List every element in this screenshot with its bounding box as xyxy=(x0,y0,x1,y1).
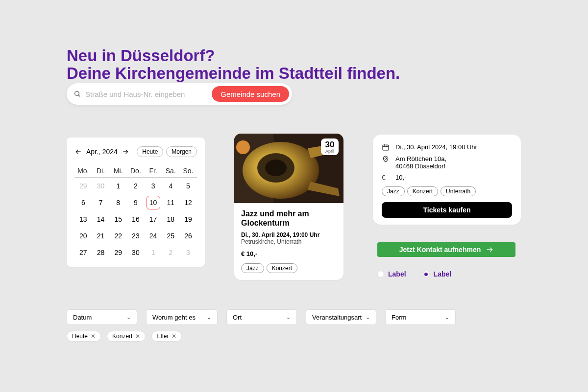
weekday-header: Fr. xyxy=(145,164,162,178)
prev-month-icon[interactable] xyxy=(74,148,82,156)
weekday-header: So. xyxy=(179,164,197,178)
tomorrow-button[interactable]: Morgen xyxy=(166,146,197,157)
radio-option-b[interactable]: Label xyxy=(423,270,452,278)
event-info-panel: Di., 30. April 2024, 19:00 Uhr Am Röttch… xyxy=(373,135,521,225)
svg-line-1 xyxy=(78,95,80,96)
buy-tickets-button[interactable]: Tickets kaufen xyxy=(382,202,512,218)
calendar-day[interactable]: 29 xyxy=(109,244,127,261)
svg-point-14 xyxy=(385,158,386,159)
calendar-day[interactable]: 4 xyxy=(162,178,179,194)
calendar-day[interactable]: 6 xyxy=(74,194,92,211)
chevron-down-icon: ⌄ xyxy=(207,314,211,321)
info-tags: JazzKonzertUnterrath xyxy=(382,186,512,196)
event-tag[interactable]: Konzert xyxy=(267,263,297,273)
contact-button-label: Jetzt Kontakt aufnehmen xyxy=(399,246,481,254)
event-tag[interactable]: Jazz xyxy=(241,263,264,273)
weekday-header: Di. xyxy=(92,164,110,178)
arrow-right-icon xyxy=(486,246,493,254)
calendar-day[interactable]: 11 xyxy=(162,194,179,211)
calendar-day[interactable]: 27 xyxy=(74,244,92,261)
today-button[interactable]: Heute xyxy=(137,146,163,157)
weekday-header: Do. xyxy=(127,164,145,178)
active-filter-chips: Heute✕Konzert✕Eller✕ xyxy=(67,331,182,342)
chevron-down-icon: ⌄ xyxy=(366,314,370,321)
filter-select[interactable]: Veranstaltungsart⌄ xyxy=(306,309,376,325)
filter-select[interactable]: Form⌄ xyxy=(385,309,456,325)
calendar-day[interactable]: 22 xyxy=(109,228,127,244)
calendar-day[interactable]: 18 xyxy=(162,211,179,228)
event-image: 30 April xyxy=(234,134,343,203)
calendar-day[interactable]: 3 xyxy=(179,244,197,261)
calendar-day[interactable]: 3 xyxy=(145,178,162,194)
radio-group: Label Label xyxy=(377,270,451,278)
calendar-day[interactable]: 26 xyxy=(179,228,197,244)
parish-search-bar: Gemeinde suchen xyxy=(67,83,292,105)
filter-chip[interactable]: Eller✕ xyxy=(151,331,182,342)
weekday-header: Mi. xyxy=(109,164,127,178)
remove-chip-icon[interactable]: ✕ xyxy=(91,333,96,340)
calendar-day[interactable]: 23 xyxy=(127,228,145,244)
calendar-day[interactable]: 28 xyxy=(92,244,110,261)
filter-row: Datum⌄Worum geht es⌄Ort⌄Veranstaltungsar… xyxy=(67,309,456,325)
contact-now-button[interactable]: Jetzt Kontakt aufnehmen xyxy=(377,242,515,257)
badge-month: April xyxy=(321,149,339,154)
radio-icon xyxy=(377,271,384,277)
info-tag[interactable]: Unterrath xyxy=(441,186,476,196)
event-date-badge: 30 April xyxy=(321,138,339,155)
calendar-day[interactable]: 10 xyxy=(145,194,162,211)
calendar-day[interactable]: 2 xyxy=(162,244,179,261)
headline-line-1: Neu in Düsseldorf? xyxy=(67,47,400,65)
event-price: € 10,- xyxy=(241,250,337,257)
calendar-day[interactable]: 5 xyxy=(179,178,197,194)
calendar-day[interactable]: 2 xyxy=(127,178,145,194)
calendar-day[interactable]: 19 xyxy=(179,211,197,228)
calendar-day[interactable]: 9 xyxy=(127,194,145,211)
svg-point-9 xyxy=(236,140,250,154)
calendar-day[interactable]: 16 xyxy=(127,211,145,228)
address-input[interactable] xyxy=(85,90,212,98)
calendar-day[interactable]: 29 xyxy=(74,178,92,194)
filter-select[interactable]: Ort⌄ xyxy=(226,309,297,325)
info-tag[interactable]: Jazz xyxy=(382,186,405,196)
search-parish-button[interactable]: Gemeinde suchen xyxy=(212,86,289,102)
badge-day: 30 xyxy=(321,140,339,149)
radio-option-a[interactable]: Label xyxy=(377,270,406,278)
calendar-day[interactable]: 17 xyxy=(145,211,162,228)
info-price: 10,- xyxy=(395,174,406,181)
location-pin-icon xyxy=(382,155,391,163)
calendar-day[interactable]: 25 xyxy=(162,228,179,244)
calendar-day[interactable]: 30 xyxy=(127,244,145,261)
calendar-day[interactable]: 20 xyxy=(74,228,92,244)
event-tags: JazzKonzert xyxy=(241,263,337,273)
calendar-day[interactable]: 7 xyxy=(92,194,110,211)
next-month-icon[interactable] xyxy=(122,148,129,156)
weekday-header: Sa. xyxy=(162,164,179,178)
filter-select[interactable]: Datum⌄ xyxy=(67,309,137,325)
calendar-day[interactable]: 1 xyxy=(145,244,162,261)
calendar-day[interactable]: 8 xyxy=(109,194,127,211)
remove-chip-icon[interactable]: ✕ xyxy=(172,333,176,340)
calendar-day[interactable]: 14 xyxy=(92,211,110,228)
calendar-day[interactable]: 13 xyxy=(74,211,92,228)
calendar-day[interactable]: 24 xyxy=(145,228,162,244)
chevron-down-icon: ⌄ xyxy=(286,314,291,321)
svg-point-0 xyxy=(75,92,79,96)
event-card[interactable]: 30 April Jazz und mehr am Glockenturm Di… xyxy=(234,134,343,280)
filter-select[interactable]: Worum geht es⌄ xyxy=(146,309,218,325)
filter-label: Form xyxy=(392,314,406,321)
remove-chip-icon[interactable]: ✕ xyxy=(135,333,140,340)
info-tag[interactable]: Konzert xyxy=(407,186,438,196)
filter-chip[interactable]: Heute✕ xyxy=(67,331,101,342)
filter-chip[interactable]: Konzert✕ xyxy=(107,331,146,342)
calendar-day[interactable]: 15 xyxy=(109,211,127,228)
euro-icon: € xyxy=(382,174,391,182)
filter-label: Datum xyxy=(73,314,92,321)
calendar-day[interactable]: 30 xyxy=(92,178,110,194)
info-datetime: Di., 30. April 2024, 19:00 Uhr xyxy=(395,143,477,151)
event-location: Petruskirche, Unterrath xyxy=(241,238,337,245)
calendar-day[interactable]: 21 xyxy=(92,228,110,244)
calendar-day[interactable]: 12 xyxy=(179,194,197,211)
calendar-day[interactable]: 1 xyxy=(109,178,127,194)
month-label: Apr., 2024 xyxy=(86,148,118,156)
calendar-widget: Apr., 2024 Heute Morgen Mo.Di.Mi.Do.Fr.S… xyxy=(67,138,205,267)
